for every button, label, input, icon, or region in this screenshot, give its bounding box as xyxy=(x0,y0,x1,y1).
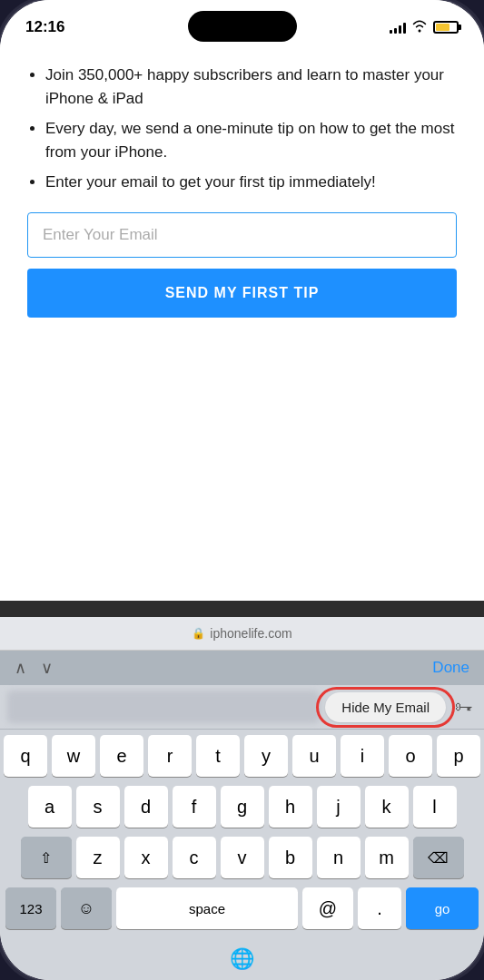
key-k[interactable]: k xyxy=(365,786,409,828)
key-x[interactable]: x xyxy=(124,837,168,878)
status-bar: 12:16 xyxy=(0,0,484,45)
go-key[interactable]: go xyxy=(406,887,479,929)
nav-up-icon[interactable]: ∧ xyxy=(15,658,26,678)
keyboard-row-4: 123 ☺ space @ . go xyxy=(4,887,480,929)
key-r[interactable]: r xyxy=(148,735,192,777)
key-v[interactable]: v xyxy=(221,837,264,878)
dark-separator xyxy=(0,601,484,617)
url-bar: 🔒 iphonelife.com xyxy=(0,617,484,651)
bullet-list: Join 350,000+ happy subscribers and lear… xyxy=(27,64,457,194)
nav-arrows: ∧ ∨ xyxy=(15,658,53,678)
key-n[interactable]: n xyxy=(317,837,361,878)
key-p[interactable]: p xyxy=(437,735,480,777)
key-g[interactable]: g xyxy=(221,786,264,828)
autocomplete-row: Hide My Email 🗝 xyxy=(0,685,484,730)
key-j[interactable]: j xyxy=(317,786,361,828)
key-t[interactable]: t xyxy=(196,735,240,777)
key-o[interactable]: o xyxy=(389,735,432,777)
bullet-item-3: Enter your email to get your first tip i… xyxy=(45,171,457,194)
shift-key[interactable]: ⇧ xyxy=(21,837,72,878)
key-f[interactable]: f xyxy=(173,786,216,828)
dot-key[interactable]: . xyxy=(358,887,401,929)
emoji-key[interactable]: ☺ xyxy=(61,887,112,929)
email-input[interactable] xyxy=(27,212,457,258)
keyboard-row-1: q w e r t y u i o p xyxy=(4,735,480,777)
main-content: Join 350,000+ happy subscribers and lear… xyxy=(0,45,484,601)
key-m[interactable]: m xyxy=(365,837,409,878)
status-time: 12:16 xyxy=(25,18,64,36)
send-tip-button[interactable]: SEND MY FIRST TIP xyxy=(27,269,457,318)
lock-icon: 🔒 xyxy=(192,627,205,640)
key-a[interactable]: a xyxy=(28,786,72,828)
keyboard: q w e r t y u i o p a s d f g xyxy=(0,730,484,942)
keyboard-row-3: ⇧ z x c v b n m ⌫ xyxy=(4,837,480,878)
globe-button[interactable]: 🌐 xyxy=(230,947,254,971)
battery-icon xyxy=(433,21,459,34)
key-l[interactable]: l xyxy=(413,786,457,828)
keyboard-container: 🔒 iphonelife.com ∧ ∨ Done Hide My Email … xyxy=(0,617,484,980)
key-z[interactable]: z xyxy=(76,837,120,878)
key-d[interactable]: d xyxy=(124,786,168,828)
bullet-item-2: Every day, we send a one-minute tip on h… xyxy=(45,117,457,163)
done-button[interactable]: Done xyxy=(432,659,469,677)
key-s[interactable]: s xyxy=(76,786,120,828)
keyboard-toolbar: ∧ ∨ Done xyxy=(0,651,484,685)
autocomplete-blur xyxy=(7,691,320,723)
phone-screen: 12:16 xyxy=(0,0,484,980)
status-icons xyxy=(390,20,459,35)
hide-email-wrapper: Hide My Email xyxy=(325,692,446,722)
key-e[interactable]: e xyxy=(100,735,143,777)
key-w[interactable]: w xyxy=(52,735,95,777)
key-icon: 🗝 xyxy=(451,697,477,718)
bullet-item-1: Join 350,000+ happy subscribers and lear… xyxy=(45,64,457,110)
key-i[interactable]: i xyxy=(341,735,384,777)
nav-down-icon[interactable]: ∨ xyxy=(41,658,53,678)
num-key[interactable]: 123 xyxy=(5,887,56,929)
phone-frame: 12:16 xyxy=(0,0,484,980)
at-key[interactable]: @ xyxy=(302,887,353,929)
key-u[interactable]: u xyxy=(292,735,336,777)
space-key[interactable]: space xyxy=(116,887,298,929)
url-bar-content: 🔒 iphonelife.com xyxy=(192,626,291,641)
hide-email-button[interactable]: Hide My Email xyxy=(325,692,446,722)
key-b[interactable]: b xyxy=(269,837,312,878)
signal-icon xyxy=(390,21,406,34)
dynamic-island xyxy=(188,11,297,42)
delete-key[interactable]: ⌫ xyxy=(413,837,464,878)
wifi-icon xyxy=(411,20,428,35)
domain-text: iphonelife.com xyxy=(210,626,291,641)
key-q[interactable]: q xyxy=(4,735,47,777)
key-y[interactable]: y xyxy=(244,735,288,777)
globe-row: 🌐 xyxy=(0,942,484,980)
keyboard-row-2: a s d f g h j k l xyxy=(4,786,480,828)
key-h[interactable]: h xyxy=(269,786,312,828)
key-c[interactable]: c xyxy=(173,837,216,878)
